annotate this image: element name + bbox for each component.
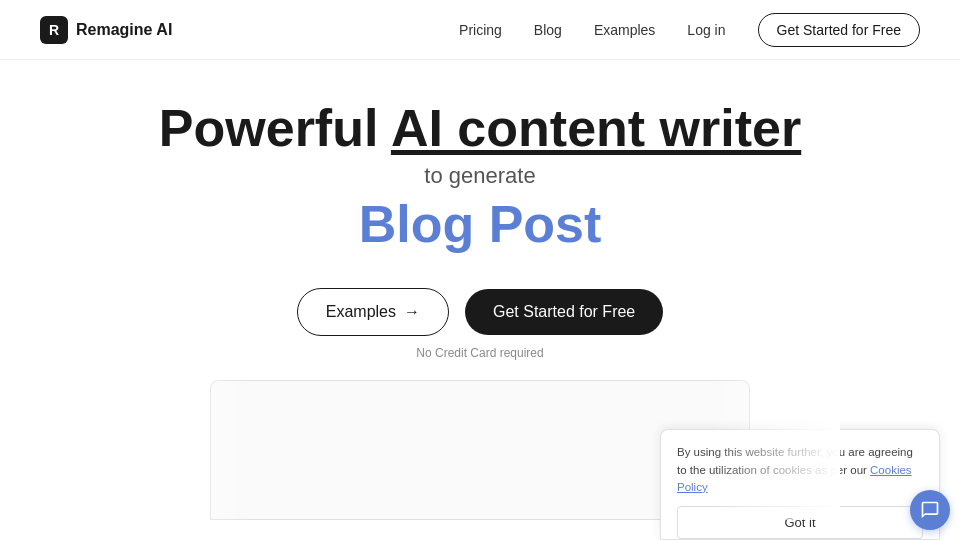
logo[interactable]: R Remagine AI (40, 16, 172, 44)
hero-buttons: Examples → Get Started for Free (297, 288, 664, 336)
hero-subtitle-small: to generate (424, 163, 535, 189)
logo-text: Remagine AI (76, 21, 172, 39)
nav-link-blog[interactable]: Blog (534, 22, 562, 38)
nav-link-examples[interactable]: Examples (594, 22, 655, 38)
chat-bubble-button[interactable] (910, 490, 950, 530)
hero-title: Powerful AI content writer (159, 100, 801, 157)
logo-icon: R (40, 16, 68, 44)
examples-button[interactable]: Examples → (297, 288, 449, 336)
hero-title-plain: Powerful (159, 99, 391, 157)
examples-button-arrow: → (404, 303, 420, 321)
examples-button-label: Examples (326, 303, 396, 321)
navbar: R Remagine AI Pricing Blog Examples Log … (0, 0, 960, 60)
hero-section: Powerful AI content writer to generate B… (0, 60, 960, 380)
preview-right-fade (710, 380, 840, 520)
preview-left-fade (120, 380, 250, 520)
chat-icon (920, 500, 940, 520)
no-credit-text: No Credit Card required (416, 346, 543, 360)
get-started-button[interactable]: Get Started for Free (465, 289, 663, 335)
preview-container (120, 380, 840, 520)
nav-link-pricing[interactable]: Pricing (459, 22, 502, 38)
nav-link-login[interactable]: Log in (687, 22, 725, 38)
hero-subtitle-large: Blog Post (359, 193, 602, 255)
nav-links: Pricing Blog Examples Log in Get Started… (459, 13, 920, 47)
hero-title-underline: AI content writer (391, 99, 801, 157)
nav-cta-button[interactable]: Get Started for Free (758, 13, 921, 47)
